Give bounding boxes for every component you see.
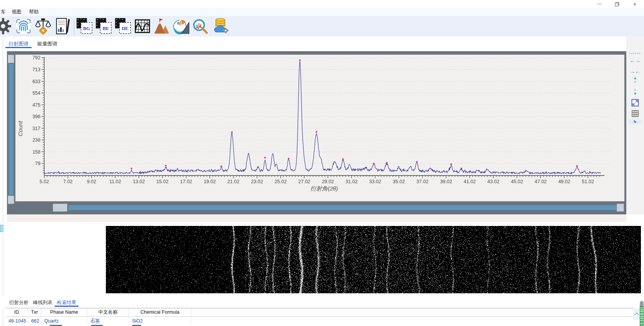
column-header-Txr[interactable]: Txr xyxy=(28,308,41,316)
tab-能量图谱[interactable]: 能量图谱 xyxy=(35,40,59,48)
grid-view-icon[interactable] xyxy=(626,110,644,119)
svg-text:792: 792 xyxy=(32,55,40,60)
h-slider-left-handle[interactable] xyxy=(53,204,67,212)
svg-text:39.02: 39.02 xyxy=(440,179,452,184)
svg-text:45.02: 45.02 xyxy=(511,179,523,184)
toolbar-separator xyxy=(74,19,74,34)
svg-text:π: π xyxy=(177,21,180,25)
expand-horizontal-icon[interactable]: ←→ xyxy=(626,57,644,64)
phase-pie-icon[interactable]: π xyxy=(172,17,190,35)
settings-gear-icon[interactable] xyxy=(0,17,12,35)
svg-text:396: 396 xyxy=(32,114,40,119)
restore-icon xyxy=(615,2,619,7)
restore-button[interactable] xyxy=(611,1,623,7)
svg-text:41.02: 41.02 xyxy=(464,179,476,184)
xrd-analysis-window: × 车视图帮助 xyxy=(0,0,644,326)
chevron-up-icon xyxy=(634,313,639,317)
svg-text:衍射角(2θ): 衍射角(2θ) xyxy=(310,185,338,192)
cell: SiO2 xyxy=(129,317,191,325)
cell: 662 xyxy=(28,317,41,325)
svg-text:475: 475 xyxy=(32,102,40,108)
tab-峰线列表[interactable]: 峰线列表 xyxy=(31,299,55,306)
svg-text:158: 158 xyxy=(32,149,40,155)
scrollbar-cap[interactable] xyxy=(640,301,644,306)
tab-衍射分析[interactable]: 衍射分析 xyxy=(7,299,31,306)
scrollbar-thumb-green[interactable] xyxy=(640,306,644,326)
window-scrollbar[interactable] xyxy=(640,301,644,326)
active-tab-underline xyxy=(55,306,79,307)
cell: 石英 xyxy=(87,317,129,325)
svg-text:21.02: 21.02 xyxy=(227,179,239,184)
svg-text:BE: BE xyxy=(102,26,109,31)
svg-text:29.02: 29.02 xyxy=(322,179,334,184)
svg-text:238: 238 xyxy=(32,137,40,143)
table-scroll-up-button[interactable] xyxy=(633,308,640,320)
tab-检索结果[interactable]: 检索结果 xyxy=(55,299,79,306)
v-slider-bottom-handle[interactable] xyxy=(8,196,14,204)
column-header-Chemical Formula[interactable]: Chemical Formula xyxy=(129,308,191,316)
svg-text:49.02: 49.02 xyxy=(558,179,570,184)
fingerprint-search-icon[interactable] xyxy=(15,17,32,35)
svg-text:33.02: 33.02 xyxy=(369,179,381,184)
column-header-中文名称[interactable]: 中文名称 xyxy=(87,308,129,316)
search-match-icon[interactable] xyxy=(191,17,209,35)
svg-text:31.02: 31.02 xyxy=(346,179,358,184)
diffraction-chart[interactable]: 792713633554475396317238158795.027.029.0… xyxy=(15,55,624,201)
panel-divider xyxy=(3,37,3,326)
analysis-report-icon[interactable] xyxy=(54,17,72,35)
svg-text:43.02: 43.02 xyxy=(487,179,499,184)
menu-item-2[interactable]: 帮助 xyxy=(25,8,43,16)
menu-item-0[interactable]: 车 xyxy=(0,8,8,16)
background-card-de-icon[interactable]: DE xyxy=(114,17,132,35)
svg-text:11.02: 11.02 xyxy=(109,179,121,184)
active-tab-underline xyxy=(5,47,32,48)
v-slider-top-handle[interactable] xyxy=(8,55,14,63)
chart-lower-strip xyxy=(7,214,626,222)
detector-2d-image xyxy=(106,226,641,293)
v-slider-range[interactable] xyxy=(9,64,13,195)
fit-view-icon[interactable] xyxy=(626,99,644,108)
svg-text:713: 713 xyxy=(32,67,40,72)
h-slider-right-handle[interactable] xyxy=(617,204,624,212)
title-bar: × xyxy=(0,0,644,8)
background-card-bg-icon[interactable]: BG xyxy=(76,17,94,35)
cell: 46-1045 xyxy=(5,317,28,325)
svg-text:554: 554 xyxy=(32,90,40,96)
scroll-up-icon[interactable]: ▲▼ xyxy=(626,76,644,84)
column-header-filler[interactable] xyxy=(191,308,633,316)
calibration-scales-icon[interactable] xyxy=(34,17,52,35)
drag-handle-dots-icon[interactable]: •••••• xyxy=(626,52,644,55)
table-header-row: IDTxrPhase Name中文名称Chemical Formula xyxy=(5,308,633,317)
svg-text:79: 79 xyxy=(35,161,40,166)
svg-text:35.02: 35.02 xyxy=(393,179,405,184)
svg-text:5.02: 5.02 xyxy=(40,179,49,184)
column-header-Phase Name[interactable]: Phase Name xyxy=(41,308,87,316)
close-button[interactable]: × xyxy=(629,1,641,7)
h-slider-range[interactable] xyxy=(69,205,617,210)
collapse-horizontal-icon[interactable]: →← xyxy=(626,68,644,74)
svg-text:Count: Count xyxy=(17,120,23,136)
minimize-icon xyxy=(597,4,602,5)
svg-text:317: 317 xyxy=(32,126,40,131)
svg-text:47.02: 47.02 xyxy=(535,179,547,184)
chart-tools-panel: •••••• ←→ →← ▲▼ ▲▼ ‖▸ xyxy=(626,37,644,214)
svg-text:13.02: 13.02 xyxy=(133,179,145,184)
column-header-ID[interactable]: ID xyxy=(5,308,28,316)
svg-text:9.02: 9.02 xyxy=(87,179,96,184)
menu-item-1[interactable]: 视图 xyxy=(8,8,25,16)
menu-bar: 车视图帮助 xyxy=(0,8,644,17)
svg-text:7.02: 7.02 xyxy=(63,179,72,184)
collapse-strip-icon[interactable]: ‖▸ xyxy=(629,119,642,124)
svg-text:19.02: 19.02 xyxy=(204,179,216,184)
table-row[interactable]: 46-1045662Quartz石英SiO2 xyxy=(5,317,633,325)
background-card-be-icon[interactable]: BE xyxy=(95,17,113,35)
svg-text:DE: DE xyxy=(122,26,128,31)
toolbar: BG BE DE xyxy=(0,17,644,37)
profile-grid-wave-icon[interactable] xyxy=(134,17,151,35)
cell: Quartz xyxy=(41,317,87,325)
database-cloud-icon[interactable] xyxy=(211,17,229,35)
scroll-down-icon[interactable]: ▲▼ xyxy=(626,87,644,96)
search-results-table: IDTxrPhase Name中文名称Chemical Formula46-10… xyxy=(5,308,633,326)
peak-mountain-icon[interactable] xyxy=(153,17,171,35)
minimize-button[interactable] xyxy=(594,1,605,7)
